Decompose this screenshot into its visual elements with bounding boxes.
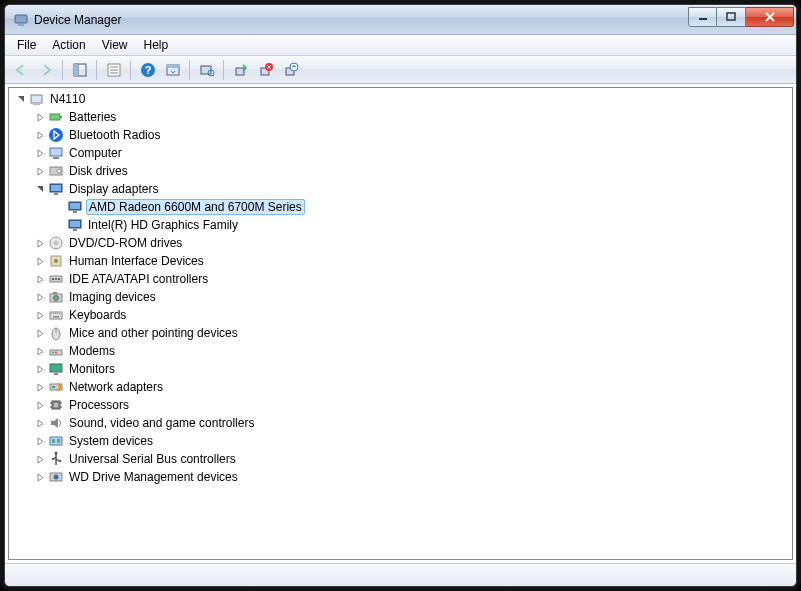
svg-rect-32: [53, 157, 59, 159]
tree-category[interactable]: WD Drive Management devices: [9, 468, 792, 486]
expander-icon[interactable]: [51, 199, 67, 215]
expander-icon[interactable]: [13, 91, 29, 107]
expander-icon[interactable]: [32, 325, 48, 341]
expander-icon[interactable]: [32, 271, 48, 287]
tree-item-label: Human Interface Devices: [67, 253, 206, 269]
properties-button[interactable]: [102, 59, 125, 81]
scan-hardware-button[interactable]: [195, 59, 218, 81]
tree-category[interactable]: Keyboards: [9, 306, 792, 324]
svg-rect-29: [60, 116, 62, 118]
tree-item-label: Computer: [67, 145, 124, 161]
expander-icon[interactable]: [32, 181, 48, 197]
toolbar-separator: [62, 60, 63, 80]
uninstall-button[interactable]: [254, 59, 277, 81]
tree-item-label: Modems: [67, 343, 117, 359]
expander-icon[interactable]: [32, 289, 48, 305]
svg-point-65: [52, 352, 54, 354]
expander-icon[interactable]: [32, 451, 48, 467]
tree-item-label: Universal Serial Bus controllers: [67, 451, 238, 467]
tree-root[interactable]: N4110: [9, 90, 792, 108]
svg-point-34: [57, 169, 61, 173]
svg-point-80: [55, 452, 58, 455]
expander-icon[interactable]: [32, 127, 48, 143]
svg-rect-18: [236, 68, 244, 75]
expander-icon[interactable]: [32, 469, 48, 485]
tree-item-label: WD Drive Management devices: [67, 469, 240, 485]
app-icon: [13, 12, 29, 28]
monitor-icon: [48, 361, 64, 377]
tree-category[interactable]: System devices: [9, 432, 792, 450]
show-hide-tree-button[interactable]: [68, 59, 91, 81]
expander-icon[interactable]: [32, 109, 48, 125]
svg-rect-3: [727, 13, 735, 20]
tree-device[interactable]: Intel(R) HD Graphics Family: [9, 216, 792, 234]
expander-icon[interactable]: [51, 217, 67, 233]
expander-icon[interactable]: [32, 397, 48, 413]
disk-icon: [48, 163, 64, 179]
tree-category[interactable]: Network adapters: [9, 378, 792, 396]
svg-rect-77: [50, 437, 62, 445]
help-button[interactable]: ?: [136, 59, 159, 81]
ide-icon: [48, 271, 64, 287]
tree-category[interactable]: Modems: [9, 342, 792, 360]
tree-category[interactable]: DVD/CD-ROM drives: [9, 234, 792, 252]
svg-point-53: [54, 296, 59, 301]
battery-icon: [48, 109, 64, 125]
menubar: File Action View Help: [5, 35, 796, 56]
usb-icon: [48, 451, 64, 467]
display-icon: [67, 217, 83, 233]
tree-device[interactable]: AMD Radeon 6600M and 6700M Series: [9, 198, 792, 216]
disable-button[interactable]: [279, 59, 302, 81]
mouse-icon: [48, 325, 64, 341]
expander-icon[interactable]: [32, 343, 48, 359]
svg-rect-60: [59, 313, 60, 314]
minimize-button[interactable]: [688, 7, 717, 27]
maximize-button[interactable]: [717, 7, 746, 27]
tree-category[interactable]: Mice and other pointing devices: [9, 324, 792, 342]
network-icon: [48, 379, 64, 395]
svg-rect-1: [18, 24, 24, 26]
action-button[interactable]: [161, 59, 184, 81]
svg-point-84: [54, 475, 59, 480]
svg-rect-49: [52, 278, 54, 280]
tree-category[interactable]: IDE ATA/ATAPI controllers: [9, 270, 792, 288]
system-icon: [48, 433, 64, 449]
expander-icon[interactable]: [32, 163, 48, 179]
tree-category[interactable]: Disk drives: [9, 162, 792, 180]
tree-category[interactable]: Computer: [9, 144, 792, 162]
expander-icon[interactable]: [32, 235, 48, 251]
close-button[interactable]: [746, 7, 794, 27]
tree-category[interactable]: Bluetooth Radios: [9, 126, 792, 144]
expander-icon[interactable]: [32, 145, 48, 161]
titlebar[interactable]: Device Manager: [5, 5, 796, 35]
update-driver-button[interactable]: [229, 59, 252, 81]
menu-action[interactable]: Action: [44, 35, 93, 55]
back-button[interactable]: [9, 59, 32, 81]
tree-item-label: Network adapters: [67, 379, 165, 395]
hid-icon: [48, 253, 64, 269]
device-tree[interactable]: N4110BatteriesBluetooth RadiosComputerDi…: [8, 87, 793, 560]
tree-category[interactable]: Monitors: [9, 360, 792, 378]
tree-category[interactable]: Display adapters: [9, 180, 792, 198]
expander-icon[interactable]: [32, 379, 48, 395]
tree-category[interactable]: Batteries: [9, 108, 792, 126]
menu-file[interactable]: File: [9, 35, 44, 55]
tree-item-label: Processors: [67, 397, 131, 413]
expander-icon[interactable]: [32, 433, 48, 449]
svg-rect-61: [53, 316, 59, 318]
tree-category[interactable]: Human Interface Devices: [9, 252, 792, 270]
expander-icon[interactable]: [32, 253, 48, 269]
tree-category[interactable]: Universal Serial Bus controllers: [9, 450, 792, 468]
expander-icon[interactable]: [32, 415, 48, 431]
expander-icon[interactable]: [32, 361, 48, 377]
tree-category[interactable]: Processors: [9, 396, 792, 414]
dvd-icon: [48, 235, 64, 251]
expander-icon[interactable]: [32, 307, 48, 323]
svg-rect-2: [699, 18, 707, 20]
menu-help[interactable]: Help: [136, 35, 177, 55]
menu-view[interactable]: View: [94, 35, 136, 55]
svg-rect-58: [55, 313, 56, 314]
forward-button[interactable]: [34, 59, 57, 81]
tree-category[interactable]: Sound, video and game controllers: [9, 414, 792, 432]
tree-category[interactable]: Imaging devices: [9, 288, 792, 306]
